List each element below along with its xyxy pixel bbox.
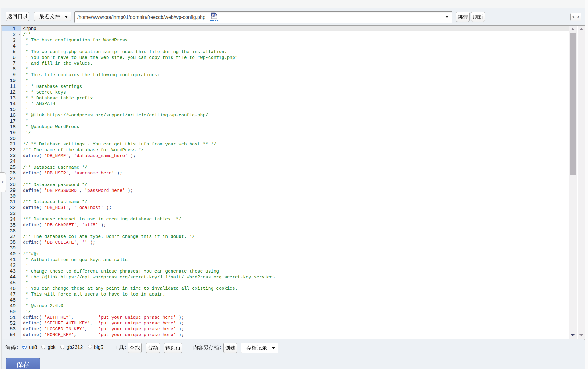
svg-text:php: php: [212, 13, 216, 16]
